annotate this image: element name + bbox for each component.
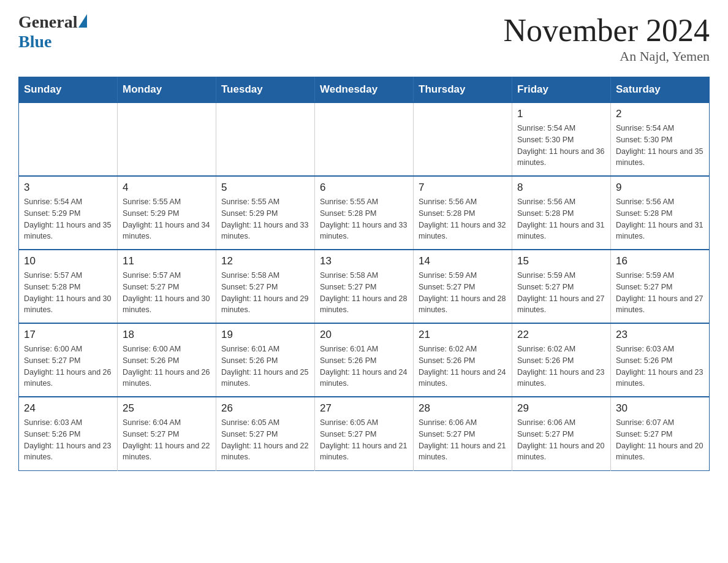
calendar-cell: 8Sunrise: 5:56 AMSunset: 5:28 PMDaylight… bbox=[512, 176, 611, 250]
calendar-cell: 27Sunrise: 6:05 AMSunset: 5:27 PMDayligh… bbox=[315, 397, 414, 470]
calendar-cell: 29Sunrise: 6:06 AMSunset: 5:27 PMDayligh… bbox=[512, 397, 611, 470]
day-number: 10 bbox=[24, 255, 112, 267]
calendar-cell: 6Sunrise: 5:55 AMSunset: 5:28 PMDaylight… bbox=[315, 176, 414, 250]
day-number: 26 bbox=[221, 402, 309, 415]
day-info: Sunrise: 5:55 AMSunset: 5:28 PMDaylight:… bbox=[320, 196, 408, 242]
day-number: 15 bbox=[517, 255, 605, 267]
calendar-cell bbox=[315, 102, 414, 176]
calendar-cell: 23Sunrise: 6:03 AMSunset: 5:26 PMDayligh… bbox=[611, 323, 710, 397]
week-row-4: 17Sunrise: 6:00 AMSunset: 5:27 PMDayligh… bbox=[19, 323, 710, 397]
day-info: Sunrise: 6:06 AMSunset: 5:27 PMDaylight:… bbox=[517, 417, 605, 463]
header-day-tuesday: Tuesday bbox=[216, 77, 315, 103]
day-info: Sunrise: 5:54 AMSunset: 5:30 PMDaylight:… bbox=[616, 123, 704, 169]
header-row: SundayMondayTuesdayWednesdayThursdayFrid… bbox=[19, 77, 710, 103]
header-day-thursday: Thursday bbox=[414, 77, 512, 103]
logo-triangle-icon bbox=[78, 14, 87, 28]
week-row-1: 1Sunrise: 5:54 AMSunset: 5:30 PMDaylight… bbox=[19, 102, 710, 176]
calendar-cell: 26Sunrise: 6:05 AMSunset: 5:27 PMDayligh… bbox=[216, 397, 315, 470]
calendar-cell: 11Sunrise: 5:57 AMSunset: 5:27 PMDayligh… bbox=[118, 250, 216, 323]
calendar-cell: 16Sunrise: 5:59 AMSunset: 5:27 PMDayligh… bbox=[611, 250, 710, 323]
day-number: 5 bbox=[221, 182, 309, 194]
day-number: 1 bbox=[517, 108, 605, 120]
logo-general-text: General bbox=[18, 12, 77, 32]
day-number: 27 bbox=[320, 402, 408, 415]
calendar-cell: 20Sunrise: 6:01 AMSunset: 5:26 PMDayligh… bbox=[315, 323, 414, 397]
day-number: 2 bbox=[616, 108, 704, 120]
calendar-cell: 1Sunrise: 5:54 AMSunset: 5:30 PMDaylight… bbox=[512, 102, 611, 176]
day-info: Sunrise: 6:04 AMSunset: 5:27 PMDaylight:… bbox=[123, 417, 211, 463]
calendar-cell: 4Sunrise: 5:55 AMSunset: 5:29 PMDaylight… bbox=[118, 176, 216, 250]
day-info: Sunrise: 5:59 AMSunset: 5:27 PMDaylight:… bbox=[419, 270, 507, 316]
header-day-sunday: Sunday bbox=[19, 77, 118, 103]
calendar-cell: 14Sunrise: 5:59 AMSunset: 5:27 PMDayligh… bbox=[414, 250, 512, 323]
calendar-cell: 24Sunrise: 6:03 AMSunset: 5:26 PMDayligh… bbox=[19, 397, 118, 470]
day-info: Sunrise: 5:54 AMSunset: 5:29 PMDaylight:… bbox=[24, 196, 112, 242]
calendar-cell: 25Sunrise: 6:04 AMSunset: 5:27 PMDayligh… bbox=[118, 397, 216, 470]
day-info: Sunrise: 6:02 AMSunset: 5:26 PMDaylight:… bbox=[419, 343, 507, 389]
day-number: 8 bbox=[517, 182, 605, 194]
day-info: Sunrise: 6:00 AMSunset: 5:26 PMDaylight:… bbox=[123, 343, 211, 389]
day-info: Sunrise: 6:02 AMSunset: 5:26 PMDaylight:… bbox=[517, 343, 605, 389]
day-info: Sunrise: 6:05 AMSunset: 5:27 PMDaylight:… bbox=[320, 417, 408, 463]
day-number: 4 bbox=[123, 182, 211, 194]
calendar-cell: 30Sunrise: 6:07 AMSunset: 5:27 PMDayligh… bbox=[611, 397, 710, 470]
day-number: 11 bbox=[123, 255, 211, 267]
day-info: Sunrise: 6:03 AMSunset: 5:26 PMDaylight:… bbox=[616, 343, 704, 389]
day-info: Sunrise: 5:54 AMSunset: 5:30 PMDaylight:… bbox=[517, 123, 605, 169]
day-info: Sunrise: 5:55 AMSunset: 5:29 PMDaylight:… bbox=[221, 196, 309, 242]
day-number: 9 bbox=[616, 182, 704, 194]
day-number: 23 bbox=[616, 329, 704, 341]
calendar-cell bbox=[414, 102, 512, 176]
day-info: Sunrise: 5:58 AMSunset: 5:27 PMDaylight:… bbox=[320, 270, 408, 316]
header-day-friday: Friday bbox=[512, 77, 611, 103]
calendar-cell: 7Sunrise: 5:56 AMSunset: 5:28 PMDaylight… bbox=[414, 176, 512, 250]
logo: General Blue bbox=[18, 12, 87, 52]
day-number: 13 bbox=[320, 255, 408, 267]
day-number: 29 bbox=[517, 402, 605, 415]
calendar-cell: 28Sunrise: 6:06 AMSunset: 5:27 PMDayligh… bbox=[414, 397, 512, 470]
day-number: 20 bbox=[320, 329, 408, 341]
calendar-cell: 17Sunrise: 6:00 AMSunset: 5:27 PMDayligh… bbox=[19, 323, 118, 397]
day-info: Sunrise: 6:01 AMSunset: 5:26 PMDaylight:… bbox=[221, 343, 309, 389]
calendar-cell bbox=[216, 102, 315, 176]
calendar-table: SundayMondayTuesdayWednesdayThursdayFrid… bbox=[18, 77, 710, 471]
calendar-body: 1Sunrise: 5:54 AMSunset: 5:30 PMDaylight… bbox=[19, 102, 710, 470]
week-row-3: 10Sunrise: 5:57 AMSunset: 5:28 PMDayligh… bbox=[19, 250, 710, 323]
day-number: 12 bbox=[221, 255, 309, 267]
day-number: 14 bbox=[419, 255, 507, 267]
calendar-cell: 10Sunrise: 5:57 AMSunset: 5:28 PMDayligh… bbox=[19, 250, 118, 323]
day-info: Sunrise: 6:01 AMSunset: 5:26 PMDaylight:… bbox=[320, 343, 408, 389]
day-number: 17 bbox=[24, 329, 112, 341]
week-row-5: 24Sunrise: 6:03 AMSunset: 5:26 PMDayligh… bbox=[19, 397, 710, 470]
calendar-cell bbox=[118, 102, 216, 176]
calendar-cell: 18Sunrise: 6:00 AMSunset: 5:26 PMDayligh… bbox=[118, 323, 216, 397]
calendar-cell: 22Sunrise: 6:02 AMSunset: 5:26 PMDayligh… bbox=[512, 323, 611, 397]
header: General Blue November 2024 An Najd, Yeme… bbox=[18, 12, 710, 64]
day-number: 7 bbox=[419, 182, 507, 194]
day-info: Sunrise: 5:59 AMSunset: 5:27 PMDaylight:… bbox=[517, 270, 605, 316]
calendar-cell: 13Sunrise: 5:58 AMSunset: 5:27 PMDayligh… bbox=[315, 250, 414, 323]
day-number: 18 bbox=[123, 329, 211, 341]
day-number: 19 bbox=[221, 329, 309, 341]
day-info: Sunrise: 6:06 AMSunset: 5:27 PMDaylight:… bbox=[419, 417, 507, 463]
calendar-cell: 5Sunrise: 5:55 AMSunset: 5:29 PMDaylight… bbox=[216, 176, 315, 250]
week-row-2: 3Sunrise: 5:54 AMSunset: 5:29 PMDaylight… bbox=[19, 176, 710, 250]
day-info: Sunrise: 6:07 AMSunset: 5:27 PMDaylight:… bbox=[616, 417, 704, 463]
day-info: Sunrise: 5:56 AMSunset: 5:28 PMDaylight:… bbox=[517, 196, 605, 242]
day-number: 22 bbox=[517, 329, 605, 341]
title-area: November 2024 An Najd, Yemen bbox=[504, 12, 710, 64]
calendar-cell: 21Sunrise: 6:02 AMSunset: 5:26 PMDayligh… bbox=[414, 323, 512, 397]
page-title: November 2024 bbox=[504, 12, 710, 48]
day-info: Sunrise: 5:56 AMSunset: 5:28 PMDaylight:… bbox=[419, 196, 507, 242]
day-info: Sunrise: 5:55 AMSunset: 5:29 PMDaylight:… bbox=[123, 196, 211, 242]
day-number: 21 bbox=[419, 329, 507, 341]
day-info: Sunrise: 5:57 AMSunset: 5:27 PMDaylight:… bbox=[123, 270, 211, 316]
location-subtitle: An Najd, Yemen bbox=[504, 48, 710, 64]
day-info: Sunrise: 5:58 AMSunset: 5:27 PMDaylight:… bbox=[221, 270, 309, 316]
header-day-wednesday: Wednesday bbox=[315, 77, 414, 103]
day-number: 25 bbox=[123, 402, 211, 415]
day-info: Sunrise: 5:56 AMSunset: 5:28 PMDaylight:… bbox=[616, 196, 704, 242]
logo-blue-text: Blue bbox=[18, 32, 51, 52]
day-number: 28 bbox=[419, 402, 507, 415]
day-number: 3 bbox=[24, 182, 112, 194]
